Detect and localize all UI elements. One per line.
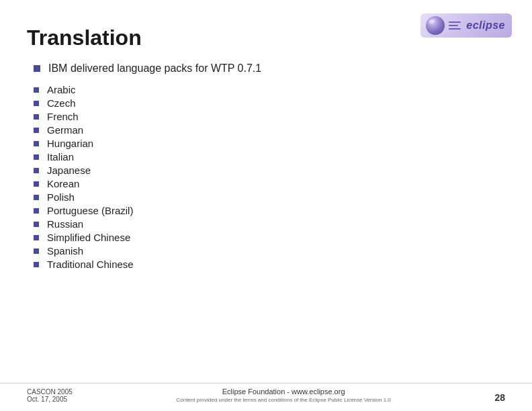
lang-bullet-icon xyxy=(34,262,39,267)
lang-text: Portuguese (Brazil) xyxy=(47,205,133,216)
list-item: Italian xyxy=(34,151,505,163)
eclipse-logo: eclipse xyxy=(438,13,512,38)
logo-line-1 xyxy=(449,21,461,23)
main-bullet-icon xyxy=(34,65,40,72)
logo-line-3 xyxy=(449,28,461,30)
logo-container: eclipse xyxy=(420,13,512,38)
lang-text: Polish xyxy=(47,191,75,203)
lang-bullet-icon xyxy=(34,141,39,146)
lang-bullet-icon xyxy=(34,208,39,214)
logo-text: eclipse xyxy=(466,19,505,32)
list-item: Russian xyxy=(34,218,505,230)
footer-date: Oct. 17, 2005 xyxy=(27,396,73,403)
lang-text: German xyxy=(47,124,83,136)
lang-bullet-icon xyxy=(34,195,39,200)
slide: eclipse Translation IBM delivered langua… xyxy=(0,0,532,411)
lang-text: Arabic xyxy=(47,84,76,95)
language-list: ArabicCzechFrenchGermanHungarianItalianJ… xyxy=(34,84,505,270)
lang-bullet-icon xyxy=(34,128,39,133)
list-item: Polish xyxy=(34,191,505,203)
list-item: Hungarian xyxy=(34,138,505,149)
main-bullet-item: IBM delivered language packs for WTP 0.7… xyxy=(34,62,505,75)
lang-bullet-icon xyxy=(34,181,39,187)
lang-text: Czech xyxy=(47,97,76,109)
lang-bullet-icon xyxy=(34,154,39,160)
list-item: Japanese xyxy=(34,165,505,176)
lang-bullet-icon xyxy=(34,248,39,254)
main-bullet-text: IBM delivered language packs for WTP 0.7… xyxy=(48,62,261,75)
list-item: Czech xyxy=(34,97,505,109)
footer-event: CASCON 2005 xyxy=(27,388,73,396)
list-item: Traditional Chinese xyxy=(34,259,505,270)
lang-text: Italian xyxy=(47,151,74,163)
list-item: Spanish xyxy=(34,245,505,257)
lang-text: Hungarian xyxy=(47,138,93,149)
list-item: French xyxy=(34,111,505,122)
list-item: Simplified Chinese xyxy=(34,232,505,243)
footer: CASCON 2005 Oct. 17, 2005 Eclipse Founda… xyxy=(0,383,532,403)
lang-bullet-icon xyxy=(34,235,39,240)
lang-text: Russian xyxy=(47,218,83,230)
list-item: Korean xyxy=(34,178,505,189)
lang-text: Traditional Chinese xyxy=(47,259,134,270)
list-item: Arabic xyxy=(34,84,505,95)
logo-line-2 xyxy=(449,25,458,26)
lang-bullet-icon xyxy=(34,114,39,120)
lang-text: Simplified Chinese xyxy=(47,232,130,243)
list-item: German xyxy=(34,124,505,136)
logo-sphere-icon xyxy=(426,16,445,35)
list-item: Portuguese (Brazil) xyxy=(34,205,505,216)
footer-page-number: 28 xyxy=(494,392,505,403)
footer-left: CASCON 2005 Oct. 17, 2005 xyxy=(27,388,73,403)
lang-bullet-icon xyxy=(34,222,39,227)
lang-bullet-icon xyxy=(34,101,39,106)
footer-url: Eclipse Foundation - www.eclipse.org xyxy=(222,387,345,396)
lang-text: Korean xyxy=(47,178,79,189)
lang-text: French xyxy=(47,111,79,122)
footer-license: Content provided under the terms and con… xyxy=(176,397,390,403)
lang-bullet-icon xyxy=(34,168,39,173)
lang-bullet-icon xyxy=(34,87,39,93)
footer-center: Eclipse Foundation - www.eclipse.org Con… xyxy=(176,387,390,403)
lang-text: Japanese xyxy=(47,165,91,176)
lang-text: Spanish xyxy=(47,245,83,257)
